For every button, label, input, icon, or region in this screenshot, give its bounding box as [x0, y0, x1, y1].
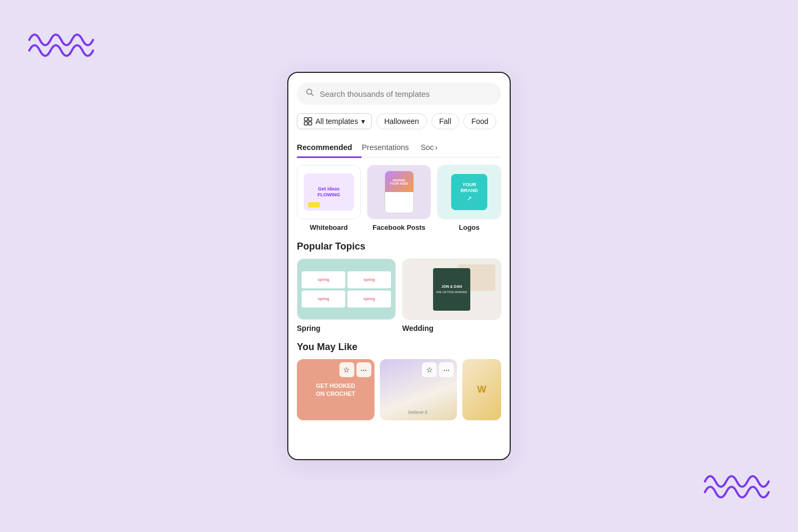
- star-button-believe[interactable]: ☆: [422, 362, 437, 377]
- search-bar: [297, 82, 501, 105]
- wedding-label: Wedding: [402, 324, 434, 332]
- spring-thumb: spring spring spring spring: [297, 259, 396, 320]
- filter-chip-fall[interactable]: Fall: [431, 113, 460, 129]
- star-button-crochet[interactable]: ☆: [339, 362, 354, 377]
- logos-label: Logos: [459, 223, 480, 231]
- yellow-block-decoration: [308, 202, 320, 207]
- card-actions-believe: ☆ ···: [422, 362, 454, 377]
- spring-label: Spring: [297, 324, 320, 332]
- tab-recommended[interactable]: Recommended: [297, 138, 362, 157]
- spring-card-4: spring: [347, 290, 391, 307]
- template-card-whiteboard[interactable]: Get ideasFLOWING Whiteboard: [297, 165, 361, 231]
- more-button-believe[interactable]: ···: [439, 362, 454, 377]
- tab-presentations[interactable]: Presentations: [362, 138, 419, 157]
- svg-rect-3: [304, 122, 307, 125]
- you-may-like-card-crochet[interactable]: GET HOOKEDON CROCHET ☆ ···: [297, 359, 375, 420]
- spring-card-3: spring: [302, 290, 345, 307]
- squiggle-decoration-tl: [27, 29, 96, 61]
- whiteboard-thumb: Get ideasFLOWING: [297, 165, 361, 219]
- wedding-thumb: JON & DANARE GETTING MARRIED: [402, 259, 501, 320]
- search-input[interactable]: [320, 89, 493, 98]
- spring-card-1: spring: [302, 271, 345, 288]
- svg-rect-1: [304, 118, 307, 121]
- topic-card-wedding[interactable]: JON & DANARE GETTING MARRIED Wedding: [402, 259, 501, 333]
- card-actions-crochet: ☆ ···: [339, 362, 371, 377]
- tabs-row: Recommended Presentations Soc ›: [297, 138, 501, 157]
- template-picker-modal: All templates ▾ Halloween Fall Food Reco…: [287, 72, 511, 460]
- logos-thumb: YOURBRAND ↗: [437, 165, 501, 219]
- arrow-icon: ↗: [467, 195, 472, 202]
- all-templates-label: All templates: [315, 117, 358, 126]
- filter-chips-row: All templates ▾ Halloween Fall Food: [297, 113, 501, 129]
- you-may-like-card-third[interactable]: W: [462, 359, 501, 420]
- you-may-like-card-believe[interactable]: believe it. ☆ ···: [380, 359, 458, 420]
- whiteboard-label: Whiteboard: [310, 223, 348, 231]
- more-button-crochet[interactable]: ···: [356, 362, 371, 377]
- grid-icon: [304, 117, 312, 126]
- template-card-logos[interactable]: YOURBRAND ↗ Logos: [437, 165, 501, 231]
- filter-chip-halloween[interactable]: Halloween: [376, 113, 427, 129]
- you-may-like-title: You May Like: [297, 342, 501, 353]
- chevron-right-icon: ›: [435, 143, 438, 152]
- topic-card-spring[interactable]: spring spring spring spring Spring: [297, 259, 396, 333]
- you-may-like-row: GET HOOKEDON CROCHET ☆ ··· believe it.: [297, 359, 501, 420]
- template-card-facebook[interactable]: INSPIREYOUR FEED Facebook Posts: [367, 165, 431, 231]
- modal-scroll-area[interactable]: All templates ▾ Halloween Fall Food Reco…: [288, 73, 510, 459]
- facebook-thumb: INSPIREYOUR FEED: [367, 165, 431, 219]
- popular-topics-title: Popular Topics: [297, 241, 501, 252]
- chevron-down-icon: ▾: [361, 117, 365, 126]
- facebook-label: Facebook Posts: [372, 223, 426, 231]
- template-cards-grid: Get ideasFLOWING Whiteboard INSPIREYOUR …: [297, 165, 501, 231]
- all-templates-chip[interactable]: All templates ▾: [297, 113, 372, 129]
- believe-text: believe it.: [408, 410, 428, 415]
- tab-social-more[interactable]: Soc ›: [421, 143, 438, 152]
- filter-chip-food[interactable]: Food: [463, 113, 496, 129]
- squiggle-decoration-br: [702, 471, 771, 503]
- spring-card-2: spring: [347, 271, 391, 288]
- svg-rect-2: [309, 118, 312, 121]
- topics-row: spring spring spring spring Spring: [297, 259, 501, 333]
- svg-rect-4: [309, 122, 312, 125]
- search-icon: [305, 88, 314, 99]
